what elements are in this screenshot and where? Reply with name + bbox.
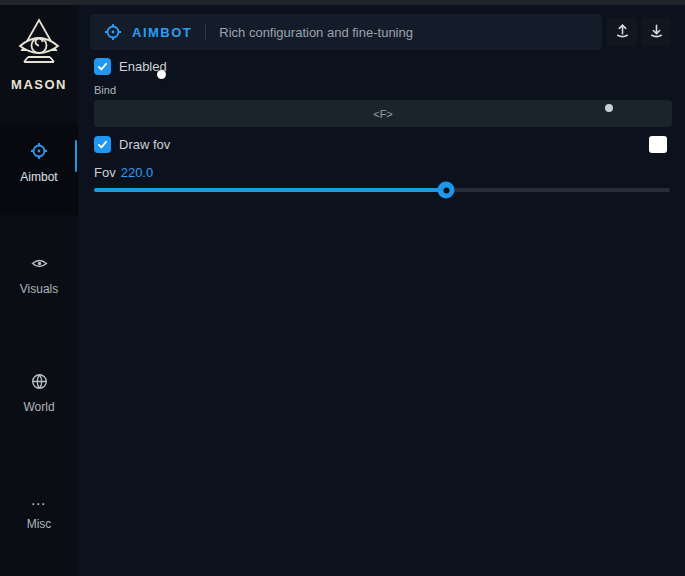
bind-label: Bind <box>94 84 116 96</box>
active-indicator-bar <box>75 140 78 172</box>
sidebar-item-misc[interactable]: ⋯ Misc <box>0 497 78 531</box>
fov-value: 220.0 <box>121 165 154 180</box>
window-top-edge <box>0 0 685 5</box>
mason-app-window: MASON Aimbot Visuals <box>0 0 685 576</box>
page-title: AIMBOT <box>132 25 192 40</box>
page-header: AIMBOT Rich configuration and fine-tunin… <box>90 14 602 50</box>
enabled-checkbox[interactable] <box>94 58 111 75</box>
sidebar-item-aimbot[interactable]: Aimbot <box>0 125 78 215</box>
logo-label: MASON <box>11 77 67 92</box>
eye-pyramid-icon <box>15 17 63 73</box>
sidebar-item-label: Aimbot <box>20 170 57 184</box>
sidebar-item-world[interactable]: World <box>0 373 78 414</box>
download-icon <box>648 22 665 43</box>
check-icon <box>97 139 108 150</box>
sidebar-item-label: Visuals <box>20 282 58 296</box>
globe-icon <box>31 373 48 394</box>
sidebar: MASON Aimbot Visuals <box>0 5 78 576</box>
crosshair-icon <box>104 23 122 41</box>
fov-slider-handle[interactable] <box>438 182 455 199</box>
bind-value: <F> <box>373 108 393 120</box>
check-icon <box>97 61 108 72</box>
fov-slider-fill <box>94 188 446 192</box>
fov-label-row: Fov220.0 <box>94 165 153 180</box>
sidebar-item-visuals[interactable]: Visuals <box>0 255 78 296</box>
fov-color-swatch[interactable] <box>649 136 667 153</box>
draw-fov-checkbox[interactable] <box>94 136 111 153</box>
fov-slider[interactable] <box>94 188 670 192</box>
upload-icon <box>614 22 631 43</box>
sidebar-item-label: Misc <box>27 517 52 531</box>
page-subtitle: Rich configuration and fine-tuning <box>219 25 413 40</box>
header-divider <box>205 23 206 41</box>
cursor-dot <box>605 104 613 112</box>
cursor-dot <box>157 70 166 79</box>
eye-icon <box>31 255 48 276</box>
draw-fov-label: Draw fov <box>119 137 170 153</box>
import-config-button[interactable] <box>641 17 671 47</box>
bind-input[interactable]: <F> <box>94 100 672 127</box>
fov-label: Fov <box>94 165 116 180</box>
sidebar-item-label: World <box>23 400 54 414</box>
ellipsis-icon: ⋯ <box>31 497 48 511</box>
export-config-button[interactable] <box>607 17 637 47</box>
app-logo: MASON <box>0 17 78 92</box>
crosshair-icon <box>30 142 48 164</box>
